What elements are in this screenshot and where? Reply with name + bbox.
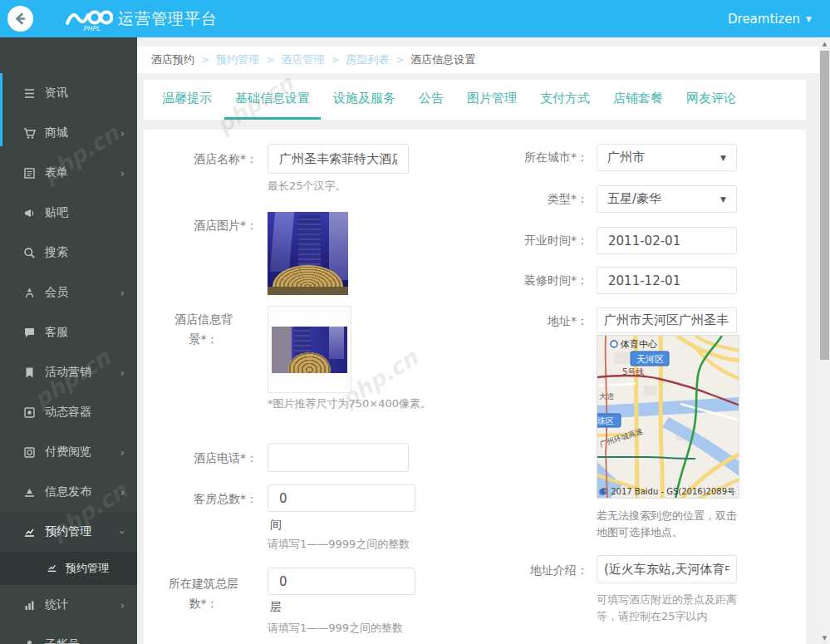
bookmark-icon (22, 366, 36, 379)
breadcrumb: 酒店预约 > 预约管理 > 酒店管理 > 房型列表 > 酒店信息设置 (137, 47, 819, 73)
map-label-line5: 5号线 (622, 367, 644, 376)
tab-packages[interactable]: 店铺套餐 (602, 80, 674, 120)
user-name: Dreamtizen (728, 12, 800, 27)
tab-payment[interactable]: 支付方式 (529, 80, 601, 120)
chevron-right-icon: › (120, 486, 125, 499)
sidebar-item-forms[interactable]: 表单 › (0, 153, 137, 193)
sidebar-group-booking: 预约管理 › 预约管理 (0, 512, 137, 585)
sidebar-item-news[interactable]: 资讯 (0, 73, 137, 113)
renovate-date-input[interactable] (597, 267, 737, 294)
sidebar-item-paid-reading[interactable]: 付费阅览 › (0, 432, 137, 472)
chevron-right-icon: › (120, 599, 125, 612)
top-header: PHPL 运营管理平台 Dreamtizen ▼ (0, 0, 830, 37)
type-label: 类型*： (476, 192, 588, 207)
sidebar-item-publish[interactable]: 信息发布 › (0, 472, 137, 512)
user-menu[interactable]: Dreamtizen ▼ (728, 0, 812, 37)
app-window: PHPL 运营管理平台 Dreamtizen ▼ 资讯 商城 › 表单 › (0, 0, 830, 644)
floors-input[interactable] (268, 568, 415, 595)
sidebar-nav: 资讯 商城 › 表单 › 贴吧 搜索 会员 (0, 37, 137, 644)
sidebar-item-search[interactable]: 搜索 (0, 233, 137, 273)
hotel-image-thumbnail[interactable] (268, 212, 348, 295)
sidebar-item-members[interactable]: 会员 › (0, 273, 137, 312)
chevron-down-icon: ▼ (806, 15, 812, 23)
chevron-right-icon: › (120, 167, 125, 179)
select-caret-icon: ▼ (720, 195, 726, 204)
map-label-district: 天河区 (636, 354, 664, 365)
map-note: 若无法搜索到您的位置，双击地图可选择地点。 (597, 508, 746, 541)
platform-title: 运营管理平台 (118, 8, 218, 30)
basic-info-form: 酒店名称*： 最长25个汉字。 酒店图片*： 酒店信息背景*： *图片推荐尺寸为… (144, 130, 806, 644)
platform-logo-icon: PHPL (65, 5, 113, 33)
tab-tips[interactable]: 温馨提示 (151, 80, 223, 120)
sidebar-item-service[interactable]: 客服 (0, 312, 137, 352)
booking-icon (47, 563, 58, 574)
bar-chart-icon (22, 598, 36, 612)
tab-images[interactable]: 图片管理 (456, 80, 528, 120)
sidebar-item-marketing[interactable]: 活动营销 › (0, 352, 137, 392)
sidebar-subitem-booking[interactable]: 预约管理 (0, 552, 137, 585)
map-label-stadium: 体育中心 (620, 339, 657, 350)
tab-facilities[interactable]: 设施及服务 (322, 80, 406, 120)
breadcrumb-link-hotel[interactable]: 酒店管理 (281, 52, 324, 67)
open-date-input[interactable] (597, 227, 737, 254)
sidebar-item-stats[interactable]: 统计 › (0, 585, 137, 625)
hotel-bg-hint: *图片推荐尺寸为750×400像素。 (268, 396, 434, 412)
scroll-down-button[interactable]: ▼ (819, 632, 830, 644)
person-icon (22, 638, 36, 644)
address-input[interactable] (597, 307, 737, 333)
sidebar-item-subaccount[interactable]: 子帐号 (0, 625, 137, 644)
city-select[interactable]: 广州市 ▼ (597, 144, 737, 171)
breadcrumb-separator: > (331, 54, 339, 66)
breadcrumb-item: 酒店预约 (151, 52, 194, 67)
scrollbar-thumb[interactable] (820, 51, 829, 360)
sidebar-item-forum[interactable]: 贴吧 (0, 193, 137, 233)
chevron-right-icon: › (120, 287, 125, 299)
breadcrumb-separator: > (201, 54, 209, 66)
container-box-icon (22, 406, 36, 419)
paid-reading-icon (22, 445, 36, 459)
active-indicator (0, 73, 2, 146)
sidebar-item-mall[interactable]: 商城 › (0, 113, 137, 153)
sidebar-item-container[interactable]: 动态容器 (0, 392, 137, 432)
tab-basic-info[interactable]: 基础信息设置 (224, 80, 321, 120)
address-intro-hint: 可填写酒店附近的景点及距离等，请控制在25字以内 (597, 592, 753, 625)
floors-hint: 请填写1——999之间的整数 (268, 620, 403, 637)
city-label: 所在城市*： (476, 150, 588, 165)
phone-input[interactable] (268, 443, 409, 472)
settings-tabbar: 温馨提示 基础信息设置 设施及服务 公告 图片管理 支付方式 店铺套餐 网友评论 (144, 80, 806, 120)
map-copyright: © 2017 Baidu - GS(2016)2089号 (600, 487, 735, 496)
address-intro-input[interactable] (597, 555, 737, 583)
arrow-left-icon (13, 12, 27, 26)
hotel-bg-thumbnail[interactable] (272, 327, 347, 373)
breadcrumb-link-roomtype[interactable]: 房型列表 (346, 52, 389, 67)
breadcrumb-separator: > (266, 54, 274, 66)
chevron-right-icon: › (120, 127, 125, 140)
svg-text:PHPL: PHPL (83, 25, 101, 32)
hotel-bg-label: 酒店信息背景*： (172, 309, 235, 349)
rooms-input[interactable] (268, 484, 415, 512)
hotel-name-input[interactable] (268, 144, 409, 174)
hotel-bg-frame (268, 306, 351, 393)
map-label-road: 大道 (599, 392, 614, 401)
chat-bubble-icon (22, 326, 36, 339)
tab-announcement[interactable]: 公告 (408, 80, 454, 120)
hotel-image-label: 酒店图片*： (144, 219, 258, 234)
open-date-label: 开业时间*： (476, 234, 588, 248)
type-select[interactable]: 五星/豪华 ▼ (597, 185, 737, 213)
brand-logo: PHPL 运营管理平台 (65, 3, 218, 35)
baidu-map[interactable]: 体育中心 天河区 5号线 珠区 大道 广州环城高速 © 2017 Baidu -… (597, 335, 739, 499)
floors-label: 所在建筑总层数*： (167, 573, 240, 613)
scroll-up-button[interactable]: ▲ (819, 37, 830, 50)
sidebar-item-booking[interactable]: 预约管理 › (0, 512, 137, 552)
floors-unit: 层 (270, 600, 282, 615)
form-icon (22, 166, 36, 179)
back-button[interactable] (7, 6, 33, 32)
rooms-unit: 间 (270, 518, 282, 533)
hotel-name-label: 酒店名称*： (144, 152, 258, 167)
map-label-zhuqu: 珠区 (597, 416, 614, 425)
megaphone-icon (22, 206, 36, 219)
page-scrollbar[interactable]: ▲ ▼ (819, 37, 830, 644)
select-caret-icon: ▼ (720, 154, 726, 162)
breadcrumb-link-booking[interactable]: 预约管理 (216, 52, 259, 67)
tab-reviews[interactable]: 网友评论 (675, 80, 747, 120)
